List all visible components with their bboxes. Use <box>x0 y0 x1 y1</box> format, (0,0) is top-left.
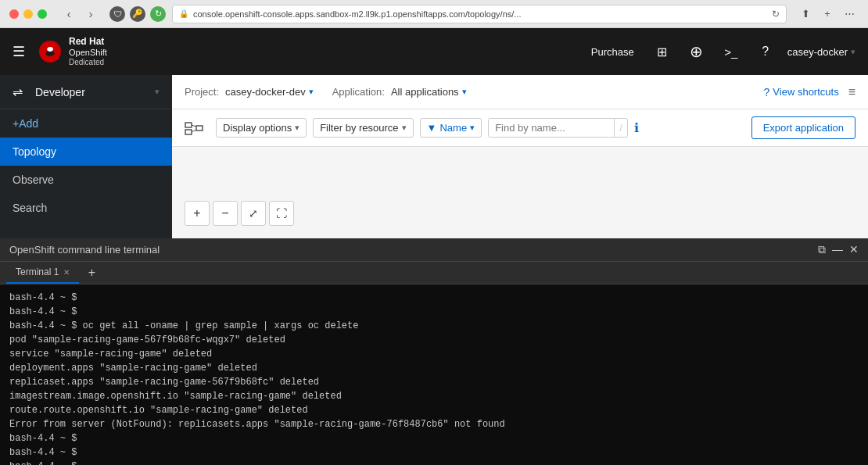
sidebar: ⇌ Developer ▾ +Add Topology Observe Sear… <box>0 75 172 238</box>
terminal-line: imagestream.image.openshift.io "sample-r… <box>9 389 859 403</box>
terminal-header-actions: ⧉ — ✕ <box>818 243 859 256</box>
filter-funnel-icon: ▼ <box>427 122 437 134</box>
sidebar-item-search[interactable]: Search <box>0 194 172 222</box>
name-filter-btn[interactable]: ▼ Name ▾ <box>420 118 482 138</box>
browser-navigation: ‹ › <box>59 5 100 23</box>
find-by-name-container: / <box>488 118 628 138</box>
svg-rect-1 <box>185 123 192 127</box>
filter-by-resource-btn[interactable]: Filter by resource ▾ <box>313 118 413 138</box>
svg-line-4 <box>192 125 196 127</box>
url-text: console.openshift-console.apps.sandbox-m… <box>193 9 521 19</box>
terminal-tab-1[interactable]: Terminal 1 ✕ <box>6 262 79 284</box>
terminal-line: pod "sample-racing-game-567f9b68fc-wqgx7… <box>9 333 859 347</box>
fit-btn[interactable]: ⤢ <box>241 201 266 226</box>
find-by-name-input[interactable] <box>489 119 614 137</box>
plus-icon-btn[interactable]: ⊕ <box>684 39 709 64</box>
terminal-line: bash-4.4 ~ $ <box>9 460 859 465</box>
name-chevron-icon: ▾ <box>470 123 475 133</box>
terminal-line: replicaset.apps "sample-racing-game-567f… <box>9 375 859 389</box>
terminal-header: OpenShift command line terminal ⧉ — ✕ <box>0 238 868 262</box>
help-icon-btn[interactable]: ? <box>753 39 778 64</box>
brand: Red Hat OpenShift Dedicated <box>38 36 107 67</box>
top-nav: ☰ Red Hat OpenShift Dedicated Purchase ⊞… <box>0 28 868 75</box>
brand-text: Red Hat OpenShift Dedicated <box>69 36 107 67</box>
browser-bar: ‹ › 🛡 🔑 ↻ 🔒 console.openshift-console.ap… <box>0 0 868 28</box>
hamburger-menu[interactable]: ☰ <box>13 43 25 60</box>
maximize-window-btn[interactable] <box>38 9 47 19</box>
shortcuts-info-icon: ? <box>764 86 770 98</box>
filter-info-icon[interactable]: ℹ <box>634 120 639 135</box>
new-tab-btn[interactable]: + <box>818 5 837 23</box>
terminal-line: bash-4.4 ~ $ <box>9 445 859 460</box>
terminal-output[interactable]: bash-4.4 ~ $bash-4.4 ~ $bash-4.4 ~ $ oc … <box>0 284 868 465</box>
terminal-line: bash-4.4 ~ $ <box>9 291 859 305</box>
close-window-btn[interactable] <box>9 9 19 19</box>
terminal-minimize-icon[interactable]: — <box>832 243 843 256</box>
filter-resource-chevron-icon: ▾ <box>402 123 407 133</box>
sidebar-developer-btn[interactable]: ⇌ Developer ▾ <box>0 75 172 109</box>
zoom-controls: + − ⤢ ⛶ <box>185 201 294 226</box>
svg-rect-2 <box>185 130 192 134</box>
user-chevron-icon: ▾ <box>851 47 855 57</box>
topology-canvas: + − ⤢ ⛶ <box>172 147 868 238</box>
search-divider: / <box>614 119 627 137</box>
terminal-line: bash-4.4 ~ $ oc get all -oname | grep sa… <box>9 319 859 333</box>
browser-icon3: ↻ <box>150 6 166 22</box>
svg-line-5 <box>192 130 196 132</box>
svg-rect-3 <box>196 126 203 131</box>
close-tab-1-btn[interactable]: ✕ <box>63 268 70 277</box>
project-chevron-icon: ▾ <box>309 87 314 97</box>
terminal-external-icon[interactable]: ⧉ <box>818 243 826 256</box>
sidebar-item-topology[interactable]: Topology <box>0 138 172 166</box>
terminal-line: service "sample-racing-game" deleted <box>9 347 859 361</box>
back-btn[interactable]: ‹ <box>59 5 78 23</box>
export-application-btn[interactable]: Export application <box>751 116 855 139</box>
terminal-close-icon[interactable]: ✕ <box>849 243 859 256</box>
forward-btn[interactable]: › <box>81 5 100 23</box>
toolbar-row1: Project: casey-docker-dev ▾ Application:… <box>172 75 868 109</box>
add-tab-btn[interactable]: + <box>82 263 101 282</box>
main-panel: Project: casey-docker-dev ▾ Application:… <box>172 75 868 238</box>
extensions-btn[interactable]: ⋯ <box>840 5 859 23</box>
zoom-out-btn[interactable]: − <box>213 201 238 226</box>
address-bar[interactable]: 🔒 console.openshift-console.apps.sandbox… <box>172 5 787 23</box>
minimize-window-btn[interactable] <box>23 9 33 19</box>
developer-chevron-icon: ▾ <box>155 87 160 97</box>
terminal-tabs: Terminal 1 ✕ + <box>0 262 868 284</box>
display-options-chevron-icon: ▾ <box>295 123 299 133</box>
terminal-line: Error from server (NotFound): replicaset… <box>9 417 859 431</box>
browser-icon2: 🔑 <box>130 6 145 22</box>
redhat-logo <box>38 39 63 64</box>
browser-icon1: 🛡 <box>109 6 125 22</box>
terminal-line: route.route.openshift.io "sample-racing-… <box>9 403 859 417</box>
fullscreen-btn[interactable]: ⛶ <box>269 201 294 226</box>
developer-icon: ⇌ <box>13 84 23 99</box>
grid-icon-btn[interactable]: ⊞ <box>650 39 675 64</box>
topology-icon-svg <box>185 120 203 136</box>
terminal-title: OpenShift command line terminal <box>9 244 160 256</box>
terminal-line: bash-4.4 ~ $ <box>9 305 859 319</box>
content-area: ⇌ Developer ▾ +Add Topology Observe Sear… <box>0 75 868 238</box>
view-shortcuts-btn[interactable]: ? View shortcuts <box>764 86 839 98</box>
reload-icon[interactable]: ↻ <box>772 9 780 20</box>
purchase-nav-item[interactable]: Purchase <box>585 43 640 61</box>
application-chevron-icon: ▾ <box>462 87 467 97</box>
toolbar-row2: Display options ▾ Filter by resource ▾ ▼… <box>172 109 868 147</box>
browser-actions: ⬆ + ⋯ <box>796 5 859 23</box>
display-options-btn[interactable]: Display options ▾ <box>216 118 307 138</box>
project-selector[interactable]: Project: casey-docker-dev ▾ <box>185 86 314 98</box>
application-selector[interactable]: Application: All applications ▾ <box>332 86 467 98</box>
user-menu-btn[interactable]: casey-docker ▾ <box>787 46 855 58</box>
zoom-in-btn[interactable]: + <box>185 201 210 226</box>
app-container: ☰ Red Hat OpenShift Dedicated Purchase ⊞… <box>0 28 868 465</box>
terminal-section: OpenShift command line terminal ⧉ — ✕ Te… <box>0 238 868 465</box>
sidebar-item-observe[interactable]: Observe <box>0 166 172 194</box>
share-btn[interactable]: ⬆ <box>796 5 815 23</box>
topology-map-icon <box>185 120 203 136</box>
terminal-line: deployment.apps "sample-racing-game" del… <box>9 361 859 375</box>
traffic-lights <box>9 9 47 19</box>
terminal-icon-btn[interactable]: >_ <box>719 39 744 64</box>
list-view-icon[interactable]: ≡ <box>848 85 855 99</box>
terminal-line: bash-4.4 ~ $ <box>9 431 859 445</box>
sidebar-item-add[interactable]: +Add <box>0 109 172 138</box>
